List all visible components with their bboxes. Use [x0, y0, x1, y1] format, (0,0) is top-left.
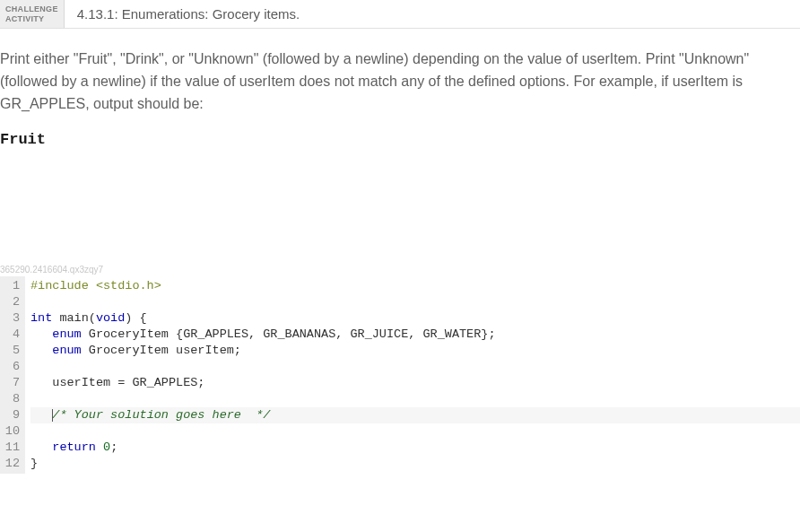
line-number: 10: [4, 423, 20, 440]
activity-title: 4.13.1: Enumerations: Grocery items.: [65, 0, 312, 28]
line-number: 11: [4, 440, 20, 456]
code-line[interactable]: return 0;: [30, 440, 800, 456]
line-number: 8: [4, 391, 20, 407]
code-line[interactable]: enum GroceryItem userItem;: [30, 343, 800, 359]
badge-line-2: ACTIVITY: [5, 14, 44, 24]
code-line[interactable]: [30, 294, 800, 310]
content-area: Print either "Fruit", "Drink", or "Unkno…: [0, 29, 800, 474]
line-number: 6: [4, 359, 20, 375]
line-number: 2: [4, 294, 20, 310]
line-number: 12: [4, 456, 20, 472]
line-number: 7: [4, 375, 20, 391]
code-line[interactable]: [30, 359, 800, 375]
line-number: 3: [4, 310, 20, 327]
line-number-gutter: 1 2 3 4 5 6 7 8 9 10 11 12: [0, 276, 25, 474]
code-line[interactable]: /* Your solution goes here */: [30, 407, 800, 423]
code-line[interactable]: }: [30, 456, 800, 472]
code-line[interactable]: #include <stdio.h>: [30, 278, 800, 294]
code-line[interactable]: userItem = GR_APPLES;: [30, 375, 800, 391]
badge-line-1: CHALLENGE: [5, 4, 58, 14]
line-number: 1: [4, 278, 20, 294]
code-editor[interactable]: 1 2 3 4 5 6 7 8 9 10 11 12 #include <std…: [0, 276, 800, 474]
code-line[interactable]: [30, 423, 800, 440]
line-number: 5: [4, 343, 20, 359]
activity-header: CHALLENGE ACTIVITY 4.13.1: Enumerations:…: [0, 0, 800, 29]
code-line[interactable]: enum GroceryItem {GR_APPLES, GR_BANANAS,…: [30, 327, 800, 343]
problem-instructions: Print either "Fruit", "Drink", or "Unkno…: [0, 48, 800, 115]
code-line[interactable]: [30, 391, 800, 407]
challenge-badge: CHALLENGE ACTIVITY: [0, 0, 65, 28]
code-text-area[interactable]: #include <stdio.h> int main(void) { enum…: [25, 276, 800, 474]
line-number: 4: [4, 327, 20, 343]
code-line[interactable]: int main(void) {: [30, 310, 800, 327]
tracking-id: 365290.2416604.qx3zqy7: [0, 265, 800, 275]
example-output: Fruit: [0, 131, 800, 148]
line-number: 9: [4, 407, 20, 423]
